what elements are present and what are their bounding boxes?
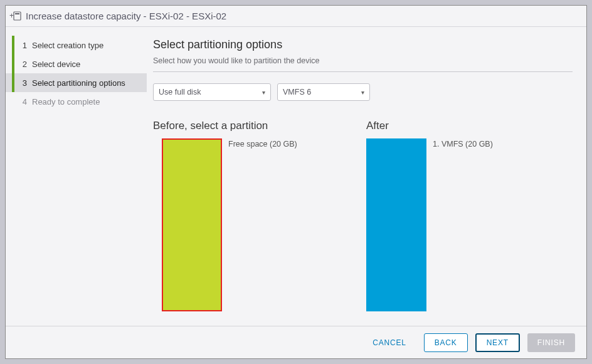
disk-usage-value: Use full disk: [159, 88, 201, 96]
step-select-partitioning-options[interactable]: 3 Select partitioning options: [6, 73, 147, 92]
finish-button: FINISH: [527, 333, 575, 352]
step-number: 4: [17, 97, 27, 107]
step-number: 3: [17, 78, 27, 88]
svg-rect-1: [14, 12, 21, 20]
step-label: Ready to complete: [32, 97, 100, 107]
before-partition-label: Free space (20 GB): [228, 138, 297, 148]
filesystem-value: VMFS 6: [283, 88, 311, 96]
step-marker: [12, 92, 14, 111]
step-marker: [12, 73, 14, 92]
step-label: Select partitioning options: [32, 78, 125, 88]
filesystem-select[interactable]: VMFS 6 ▾: [277, 83, 370, 101]
after-column: After 1. VMFS (20 GB): [366, 120, 554, 320]
partition-preview-area: Before, select a partition Free space (2…: [153, 120, 573, 320]
step-select-device[interactable]: 2 Select device: [6, 55, 147, 73]
chevron-down-icon: ▾: [262, 89, 265, 96]
after-partition-label: 1. VMFS (20 GB): [433, 138, 493, 148]
step-ready-to-complete: 4 Ready to complete: [6, 92, 147, 111]
step-number: 2: [17, 60, 27, 69]
dialog-titlebar: + Increase datastore capacity - ESXi-02 …: [6, 6, 586, 27]
back-button[interactable]: BACK: [424, 333, 468, 352]
dialog-body: 1 Select creation type 2 Select device 3…: [6, 27, 586, 326]
step-select-creation-type[interactable]: 1 Select creation type: [6, 36, 147, 55]
wizard-content: Select partitioning options Select how y…: [147, 27, 586, 326]
after-heading: After: [366, 120, 554, 132]
step-label: Select device: [32, 60, 80, 69]
disk-usage-select[interactable]: Use full disk ▾: [153, 83, 271, 101]
step-marker: [12, 36, 14, 55]
dialog-title: Increase datastore capacity - ESXi-02 - …: [26, 11, 226, 21]
svg-text:+: +: [9, 11, 14, 20]
partition-selects-row: Use full disk ▾ VMFS 6 ▾: [153, 83, 573, 101]
datastore-grow-icon: +: [9, 11, 22, 22]
chevron-down-icon: ▾: [361, 89, 364, 96]
page-subtitle: Select how you would like to partition t…: [153, 56, 573, 72]
cancel-button[interactable]: CANCEL: [362, 333, 416, 352]
dialog-footer: CANCEL BACK NEXT FINISH: [6, 326, 586, 358]
step-label: Select creation type: [32, 41, 103, 50]
before-heading: Before, select a partition: [153, 120, 341, 132]
step-number: 1: [17, 41, 27, 50]
step-marker: [12, 55, 14, 73]
wizard-steps-sidebar: 1 Select creation type 2 Select device 3…: [6, 27, 147, 326]
wizard-dialog: + Increase datastore capacity - ESXi-02 …: [5, 5, 587, 359]
after-partition-block: [366, 138, 426, 311]
before-body: Free space (20 GB): [153, 138, 341, 311]
page-heading: Select partitioning options: [153, 38, 573, 51]
svg-rect-2: [15, 13, 19, 14]
after-body: 1. VMFS (20 GB): [366, 138, 554, 311]
before-partition-block[interactable]: [162, 138, 222, 311]
next-button[interactable]: NEXT: [475, 333, 520, 352]
before-column: Before, select a partition Free space (2…: [153, 120, 341, 320]
